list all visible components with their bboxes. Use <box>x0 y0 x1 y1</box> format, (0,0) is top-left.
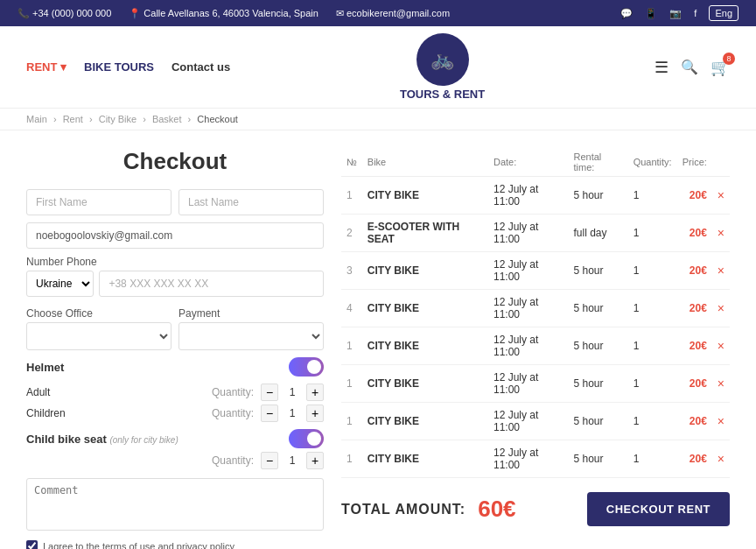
row-qty: 1 <box>628 177 677 215</box>
email-icon: ✉ <box>336 8 344 18</box>
child-seat-toggle[interactable] <box>289 429 324 448</box>
logo-icon: 🚲 <box>416 33 469 86</box>
child-seat-row: Child bike seat (only for city bike) <box>26 429 324 448</box>
delete-row-button[interactable]: × <box>718 452 724 466</box>
breadcrumb-main[interactable]: Main <box>26 114 47 124</box>
breadcrumb-rent[interactable]: Rent <box>63 114 83 124</box>
email-input[interactable] <box>26 222 324 249</box>
terms-checkbox[interactable] <box>26 540 38 549</box>
row-delete-cell: × <box>712 252 730 290</box>
row-qty: 1 <box>628 290 677 327</box>
row-qty: 1 <box>628 252 677 290</box>
hamburger-icon[interactable]: ☰ <box>654 58 668 77</box>
office-payment-row: Choose Office Payment <box>26 304 324 350</box>
topbar-social-instagram[interactable]: 📷 <box>669 8 682 19</box>
breadcrumb-basket[interactable]: Basket <box>152 114 182 124</box>
child-seat-qty-value: 1 <box>282 454 303 467</box>
row-date: 12 July at 11:00 <box>488 365 569 403</box>
row-delete-cell: × <box>712 215 730 252</box>
row-time: 5 hour <box>568 365 627 403</box>
payment-select-wrap: Payment <box>178 304 324 350</box>
helmet-toggle[interactable] <box>289 357 324 377</box>
phone-country-select[interactable]: Ukraine <box>26 271 94 297</box>
topbar-email: ✉ ecobikerent@gmail.com <box>336 8 450 19</box>
nav-bike-tours[interactable]: BIKE TOURS <box>84 60 154 74</box>
topbar-phone: 📞 +34 (000) 000 000 <box>18 8 111 19</box>
col-delete <box>712 148 730 177</box>
topbar-address: 📍 Calle Avellanas 6, 46003 Valencia, Spa… <box>129 8 318 19</box>
email-row <box>26 222 324 249</box>
row-bike: CITY BIKE <box>362 177 488 215</box>
breadcrumb: Main › Rent › City Bike › Basket › Check… <box>0 109 756 130</box>
search-icon[interactable]: 🔍 <box>681 59 698 75</box>
children-qty-controls: − 1 + <box>261 405 324 422</box>
table-row: 1 CITY BIKE 12 July at 11:00 5 hour 1 20… <box>341 177 730 215</box>
topbar-lang[interactable]: Eng <box>709 5 738 21</box>
adult-qty-plus[interactable]: + <box>306 384 324 401</box>
row-qty: 1 <box>628 365 677 403</box>
row-num: 4 <box>341 290 362 327</box>
nav-rent[interactable]: RENT ▾ <box>26 60 66 74</box>
row-num: 1 <box>341 440 362 478</box>
logo: 🚲 TOURS & RENT <box>400 33 485 101</box>
delete-row-button[interactable]: × <box>718 188 724 202</box>
row-num: 1 <box>341 327 362 365</box>
payment-select[interactable] <box>178 322 324 350</box>
row-num: 2 <box>341 215 362 252</box>
row-qty: 1 <box>628 327 677 365</box>
breadcrumb-current: Checkout <box>197 114 237 124</box>
row-bike: CITY BIKE <box>362 365 488 403</box>
delete-row-button[interactable]: × <box>718 339 724 353</box>
row-price: 20€ <box>677 403 712 440</box>
row-price: 20€ <box>677 177 712 215</box>
comment-input[interactable] <box>26 478 324 531</box>
phone-input[interactable] <box>99 271 324 297</box>
child-seat-qty-minus[interactable]: − <box>261 452 278 469</box>
helmet-row: Helmet <box>26 357 324 377</box>
child-seat-qty-plus[interactable]: + <box>306 452 324 469</box>
row-bike: CITY BIKE <box>362 403 488 440</box>
col-qty: Quantity: <box>628 148 677 177</box>
main-nav: RENT ▾ BIKE TOURS Contact us <box>26 60 230 74</box>
adult-qty-value: 1 <box>282 386 303 398</box>
row-delete-cell: × <box>712 177 730 215</box>
table-header-row: № Bike Date: Rental time: Quantity: Pric… <box>341 148 730 177</box>
adult-qty-minus[interactable]: − <box>261 384 278 401</box>
delete-row-button[interactable]: × <box>718 264 724 278</box>
child-seat-label: Child bike seat <box>26 433 107 446</box>
breadcrumb-city-bike[interactable]: City Bike <box>99 114 136 124</box>
col-date: Date: <box>488 148 569 177</box>
delete-row-button[interactable]: × <box>718 226 724 240</box>
phone-row: Ukraine <box>26 271 324 297</box>
row-time: 5 hour <box>568 440 627 478</box>
row-time: 5 hour <box>568 403 627 440</box>
row-time: 5 hour <box>568 177 627 215</box>
cart-icon-wrap[interactable]: 🛒 8 <box>710 58 730 77</box>
total-label: TOTAL AMOUNT: <box>341 502 466 517</box>
delete-row-button[interactable]: × <box>718 377 724 391</box>
children-qty-value: 1 <box>282 407 303 419</box>
children-qty-minus[interactable]: − <box>261 405 278 422</box>
terms-text: I agree to the terms of use and privacy … <box>43 541 234 550</box>
children-qty-plus[interactable]: + <box>306 405 324 422</box>
total-row: TOTAL AMOUNT: 60€ CHECKOUT RENT <box>341 492 730 526</box>
nav-contact[interactable]: Contact us <box>172 60 230 74</box>
row-date: 12 July at 11:00 <box>488 290 569 327</box>
table-row: 1 CITY BIKE 12 July at 11:00 5 hour 1 20… <box>341 440 730 478</box>
row-delete-cell: × <box>712 290 730 327</box>
row-num: 3 <box>341 252 362 290</box>
first-name-input[interactable] <box>26 189 172 215</box>
office-label: Choose Office <box>26 307 172 320</box>
topbar-social-phone[interactable]: 📱 <box>645 8 657 19</box>
last-name-input[interactable] <box>178 189 324 215</box>
row-delete-cell: × <box>712 440 730 478</box>
topbar-social-facebook[interactable]: f <box>694 8 696 18</box>
row-price: 20€ <box>677 215 712 252</box>
delete-row-button[interactable]: × <box>718 414 724 428</box>
row-delete-cell: × <box>712 365 730 403</box>
office-select[interactable] <box>26 322 172 350</box>
delete-row-button[interactable]: × <box>718 301 724 315</box>
checkout-rent-button[interactable]: CHECKOUT RENT <box>587 492 730 526</box>
row-time: 5 hour <box>568 327 627 365</box>
topbar-social-whatsapp[interactable]: 💬 <box>620 8 633 19</box>
